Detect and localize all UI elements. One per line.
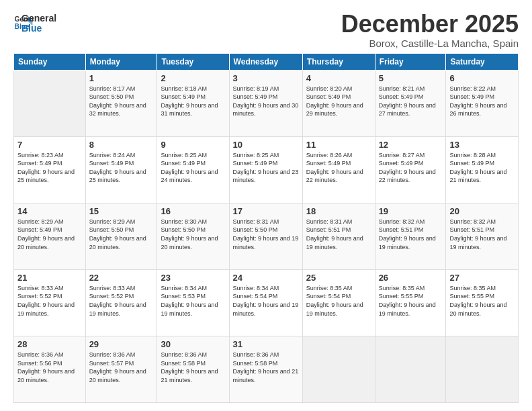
table-row [446,336,519,402]
day-info: Sunrise: 8:25 AMSunset: 5:49 PMDaylight:… [161,152,218,184]
day-number: 11 [306,140,371,150]
day-number: 30 [161,339,225,349]
day-info: Sunrise: 8:20 AMSunset: 5:49 PMDaylight:… [306,85,363,118]
day-info: Sunrise: 8:31 AMSunset: 5:51 PMDaylight:… [306,218,363,250]
table-row: 18Sunrise: 8:31 AMSunset: 5:51 PMDayligh… [302,203,375,269]
calendar-page: General Blue General Blue December 2025 … [0,0,532,411]
table-row: 7Sunrise: 8:23 AMSunset: 5:49 PMDaylight… [14,136,86,203]
day-info: Sunrise: 8:36 AMSunset: 5:57 PMDaylight:… [89,351,146,383]
header-row: General Blue General Blue December 2025 … [13,11,519,49]
day-number: 1 [89,73,154,83]
logo-text-general: General [21,13,56,24]
day-info: Sunrise: 8:28 AMSunset: 5:49 PMDaylight:… [449,152,506,184]
calendar-header-row: Sunday Monday Tuesday Wednesday Thursday… [14,53,519,70]
table-row: 16Sunrise: 8:30 AMSunset: 5:50 PMDayligh… [157,203,229,269]
day-info: Sunrise: 8:25 AMSunset: 5:49 PMDaylight:… [233,152,299,184]
day-number: 9 [161,140,225,150]
table-row: 4Sunrise: 8:20 AMSunset: 5:49 PMDaylight… [302,70,375,136]
table-row: 31Sunrise: 8:36 AMSunset: 5:58 PMDayligh… [229,336,302,402]
day-info: Sunrise: 8:36 AMSunset: 5:56 PMDaylight:… [17,351,75,383]
day-number: 19 [379,206,443,216]
day-number: 17 [233,206,299,216]
day-info: Sunrise: 8:19 AMSunset: 5:49 PMDaylight:… [233,85,299,118]
calendar-week-row: 7Sunrise: 8:23 AMSunset: 5:49 PMDaylight… [14,136,519,203]
day-number: 13 [449,140,515,150]
day-info: Sunrise: 8:36 AMSunset: 5:58 PMDaylight:… [161,351,218,383]
table-row: 22Sunrise: 8:33 AMSunset: 5:52 PMDayligh… [85,269,157,336]
day-number: 10 [233,140,299,150]
day-info: Sunrise: 8:34 AMSunset: 5:54 PMDaylight:… [233,285,299,317]
day-info: Sunrise: 8:23 AMSunset: 5:49 PMDaylight:… [17,152,75,184]
day-number: 14 [17,206,82,216]
day-info: Sunrise: 8:27 AMSunset: 5:49 PMDaylight:… [379,152,436,184]
day-info: Sunrise: 8:33 AMSunset: 5:52 PMDaylight:… [89,285,146,317]
table-row: 2Sunrise: 8:18 AMSunset: 5:49 PMDaylight… [157,70,229,136]
table-row: 24Sunrise: 8:34 AMSunset: 5:54 PMDayligh… [229,269,302,336]
table-row: 20Sunrise: 8:32 AMSunset: 5:51 PMDayligh… [446,203,519,269]
day-info: Sunrise: 8:31 AMSunset: 5:50 PMDaylight:… [233,218,299,250]
day-number: 26 [379,273,443,283]
day-number: 18 [306,206,371,216]
table-row: 10Sunrise: 8:25 AMSunset: 5:49 PMDayligh… [229,136,302,203]
table-row: 19Sunrise: 8:32 AMSunset: 5:51 PMDayligh… [375,203,446,269]
calendar-week-row: 21Sunrise: 8:33 AMSunset: 5:52 PMDayligh… [14,269,519,336]
day-info: Sunrise: 8:17 AMSunset: 5:50 PMDaylight:… [89,85,146,118]
day-number: 22 [89,273,154,283]
logo: General Blue General Blue [13,11,56,34]
header-wednesday: Wednesday [229,53,302,70]
day-number: 15 [89,206,154,216]
day-info: Sunrise: 8:35 AMSunset: 5:55 PMDaylight:… [449,285,506,317]
day-info: Sunrise: 8:18 AMSunset: 5:49 PMDaylight:… [161,85,218,118]
day-number: 23 [161,273,225,283]
table-row: 14Sunrise: 8:29 AMSunset: 5:49 PMDayligh… [14,203,86,269]
table-row: 6Sunrise: 8:22 AMSunset: 5:49 PMDaylight… [446,70,519,136]
table-row: 1Sunrise: 8:17 AMSunset: 5:50 PMDaylight… [85,70,157,136]
day-number: 31 [233,339,299,349]
day-number: 3 [233,73,299,83]
day-number: 12 [379,140,443,150]
header-tuesday: Tuesday [157,53,229,70]
calendar-week-row: 28Sunrise: 8:36 AMSunset: 5:56 PMDayligh… [14,336,519,402]
table-row: 3Sunrise: 8:19 AMSunset: 5:49 PMDaylight… [229,70,302,136]
day-number: 2 [161,73,225,83]
day-info: Sunrise: 8:32 AMSunset: 5:51 PMDaylight:… [449,218,506,250]
calendar-table: Sunday Monday Tuesday Wednesday Thursday… [13,53,519,403]
header-saturday: Saturday [446,53,519,70]
table-row: 26Sunrise: 8:35 AMSunset: 5:55 PMDayligh… [375,269,446,336]
day-info: Sunrise: 8:36 AMSunset: 5:58 PMDaylight:… [233,351,299,383]
day-info: Sunrise: 8:26 AMSunset: 5:49 PMDaylight:… [306,152,363,184]
table-row: 12Sunrise: 8:27 AMSunset: 5:49 PMDayligh… [375,136,446,203]
day-info: Sunrise: 8:29 AMSunset: 5:50 PMDaylight:… [89,218,146,250]
table-row: 25Sunrise: 8:35 AMSunset: 5:54 PMDayligh… [302,269,375,336]
header-thursday: Thursday [302,53,375,70]
day-number: 21 [17,273,82,283]
header-friday: Friday [375,53,446,70]
calendar-week-row: 1Sunrise: 8:17 AMSunset: 5:50 PMDaylight… [14,70,519,136]
day-info: Sunrise: 8:33 AMSunset: 5:52 PMDaylight:… [17,285,75,317]
table-row: 8Sunrise: 8:24 AMSunset: 5:49 PMDaylight… [85,136,157,203]
day-number: 20 [449,206,515,216]
table-row: 11Sunrise: 8:26 AMSunset: 5:49 PMDayligh… [302,136,375,203]
table-row: 30Sunrise: 8:36 AMSunset: 5:58 PMDayligh… [157,336,229,402]
table-row [14,70,86,136]
table-row: 28Sunrise: 8:36 AMSunset: 5:56 PMDayligh… [14,336,86,402]
calendar-subtitle: Borox, Castille-La Mancha, Spain [341,38,519,49]
day-info: Sunrise: 8:21 AMSunset: 5:49 PMDaylight:… [379,85,436,118]
table-row: 27Sunrise: 8:35 AMSunset: 5:55 PMDayligh… [446,269,519,336]
day-number: 16 [161,206,225,216]
header-monday: Monday [85,53,157,70]
day-info: Sunrise: 8:35 AMSunset: 5:55 PMDaylight:… [379,285,436,317]
table-row: 5Sunrise: 8:21 AMSunset: 5:49 PMDaylight… [375,70,446,136]
table-row [302,336,375,402]
title-block: December 2025 Borox, Castille-La Mancha,… [341,11,519,49]
day-info: Sunrise: 8:29 AMSunset: 5:49 PMDaylight:… [17,218,75,250]
day-number: 29 [89,339,154,349]
day-number: 7 [17,140,82,150]
table-row [375,336,446,402]
day-number: 24 [233,273,299,283]
header-sunday: Sunday [14,53,86,70]
day-info: Sunrise: 8:34 AMSunset: 5:53 PMDaylight:… [161,285,218,317]
day-number: 6 [449,73,515,83]
day-number: 5 [379,73,443,83]
logo-text-blue: Blue [21,24,56,34]
